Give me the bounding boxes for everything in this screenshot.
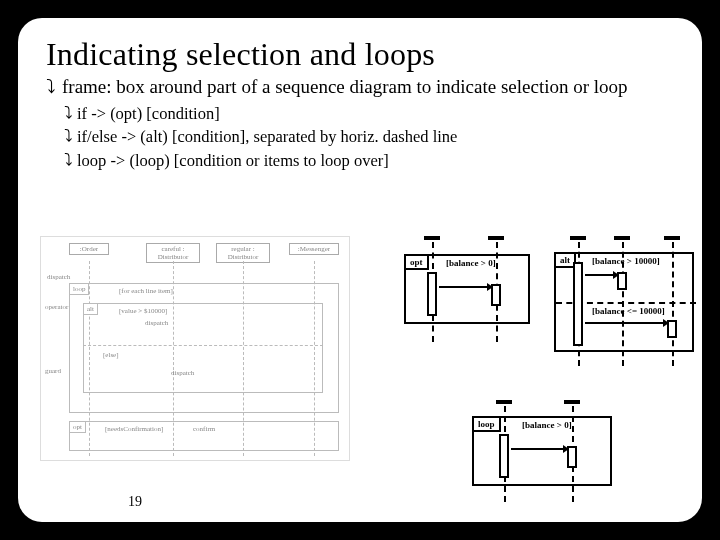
- lifeline-head-icon: [488, 236, 504, 240]
- bullet-icon: ⤵: [46, 75, 56, 99]
- sub-bullet-1-text: if -> (opt) [condition]: [77, 103, 220, 124]
- activation-bar: [427, 272, 437, 316]
- sub-bullet-3: ⤵ loop -> (loop) [condition or items to …: [64, 150, 684, 171]
- frame-loop: loop [balance > 0]: [472, 416, 612, 486]
- sub-bullet-list: ⤵ if -> (opt) [condition] ⤵ if/else -> (…: [64, 103, 684, 170]
- activation-bar: [573, 262, 583, 346]
- frame-cond-opt: [balance > 0]: [446, 258, 496, 268]
- frame-cond-alt-1: [balance > 10000]: [592, 256, 660, 266]
- sub-bullet-2-text: if/else -> (alt) [condition], separated …: [77, 126, 457, 147]
- uml-cond-loop: [for each line item]: [119, 287, 173, 295]
- diagram-area: :Order careful : Distributor regular : D…: [40, 236, 680, 506]
- uml-object-messenger: :Messenger: [289, 243, 339, 255]
- uml-cond-opt: [needsConfirmation]: [105, 425, 163, 433]
- slide: Indicating selection and loops ⤵ frame: …: [18, 18, 702, 522]
- slide-title: Indicating selection and loops: [46, 36, 684, 73]
- sub-bullet-1: ⤵ if -> (opt) [condition]: [64, 103, 684, 124]
- main-bullet: ⤵ frame: box around part of a sequence d…: [46, 75, 684, 99]
- lifeline-head-icon: [424, 236, 440, 240]
- sub-bullet-3-text: loop -> (loop) [condition or items to lo…: [77, 150, 389, 171]
- message-arrow-icon: [511, 448, 567, 450]
- frame-tag-loop: loop: [472, 416, 501, 432]
- sub-bullet-2: ⤵ if/else -> (alt) [condition], separate…: [64, 126, 684, 147]
- mini-diagram-loop: loop [balance > 0]: [458, 400, 618, 506]
- lifeline-head-icon: [664, 236, 680, 240]
- bullet-icon: ⤵: [64, 150, 73, 171]
- uml-msg-dispatch: dispatch: [47, 273, 70, 281]
- mini-diagram-alt: alt [balance > 10000] [balance <= 10000]: [546, 236, 696, 371]
- uml-cond-alt: [value > $10000]: [119, 307, 167, 315]
- lifeline-head-icon: [564, 400, 580, 404]
- activation-bar: [499, 434, 509, 478]
- uml-sequence-diagram: :Order careful : Distributor regular : D…: [40, 236, 350, 461]
- message-arrow-icon: [439, 286, 491, 288]
- bullet-icon: ⤵: [64, 103, 73, 124]
- mini-diagram-opt: opt [balance > 0]: [392, 236, 537, 351]
- lifeline-head-icon: [614, 236, 630, 240]
- uml-frame-tag-opt: opt: [70, 422, 86, 433]
- lifeline-head-icon: [570, 236, 586, 240]
- frame-tag-opt: opt: [404, 254, 429, 270]
- uml-cond-else: [else]: [103, 351, 119, 359]
- lifeline-head-icon: [496, 400, 512, 404]
- uml-msg-dispatch-2: dispatch: [145, 319, 168, 327]
- message-arrow-icon: [585, 274, 617, 276]
- main-bullet-text: frame: box around part of a sequence dia…: [62, 75, 628, 99]
- uml-frame-tag-alt: alt: [84, 304, 98, 315]
- uml-msg-dispatch-3: dispatch: [171, 369, 194, 377]
- uml-object-regular: regular : Distributor: [216, 243, 270, 263]
- frame-cond-loop: [balance > 0]: [522, 420, 572, 430]
- frame-opt: opt [balance > 0]: [404, 254, 530, 324]
- uml-object-careful: careful : Distributor: [146, 243, 200, 263]
- page-number: 19: [128, 494, 142, 510]
- uml-alt-divider: [83, 345, 323, 346]
- uml-label-operator: operator: [45, 303, 68, 311]
- uml-label-guard: guard: [45, 367, 61, 375]
- bullet-icon: ⤵: [64, 126, 73, 147]
- uml-frame-tag-loop: loop: [70, 284, 89, 295]
- uml-object-order: :Order: [69, 243, 109, 255]
- message-arrow-icon: [585, 322, 667, 324]
- uml-msg-confirm: confirm: [193, 425, 215, 433]
- uml-frame-alt: alt: [83, 303, 323, 393]
- frame-cond-alt-2: [balance <= 10000]: [592, 306, 665, 316]
